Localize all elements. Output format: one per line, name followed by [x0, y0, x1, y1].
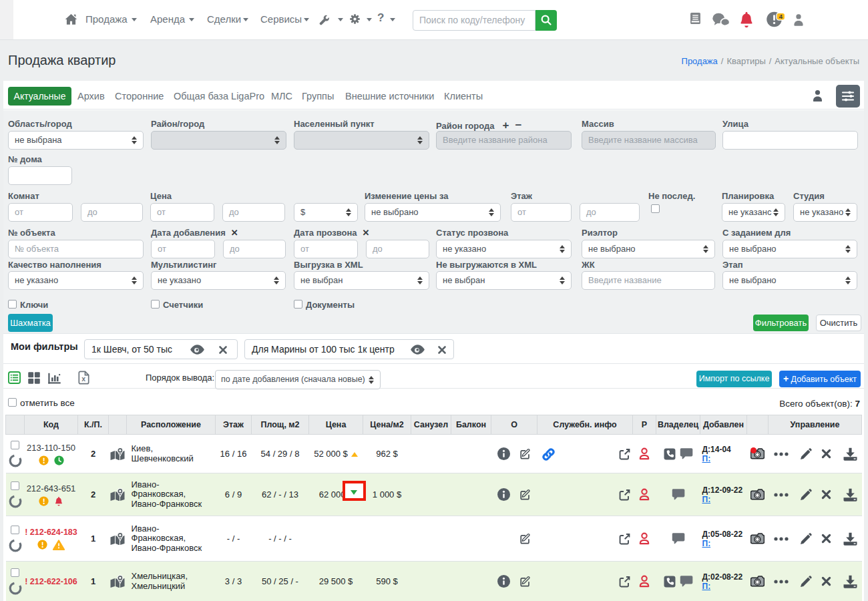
svg-text:4: 4 — [779, 13, 783, 20]
svg-text:x: x — [81, 375, 85, 383]
